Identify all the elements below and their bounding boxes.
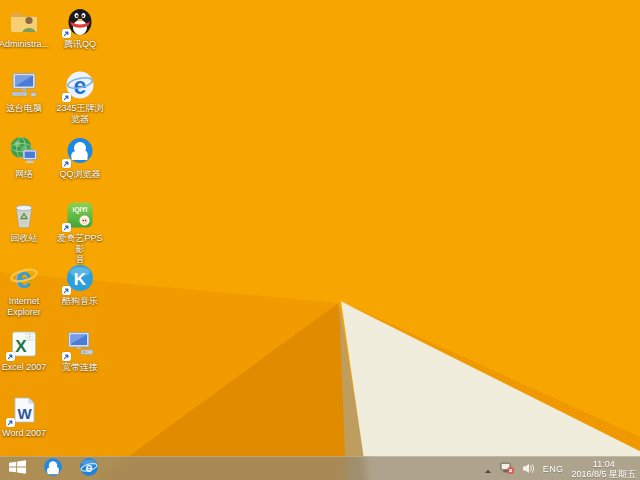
shortcut-arrow-icon <box>6 418 15 427</box>
shortcut-arrow-icon <box>62 159 71 168</box>
desktop-icon-internet-explorer[interactable]: e Internet Explorer <box>0 262 52 317</box>
desktop-icon-label: 回收站 <box>11 233 38 244</box>
desktop-icon-label: QQ浏览器 <box>59 169 100 180</box>
iqiyi-logo-text: iQIYI <box>73 206 88 214</box>
ie-e-icon: e <box>79 457 99 480</box>
desktop-icon-word-2007[interactable]: W Word 2007 <box>0 394 52 439</box>
desktop-icon-label: Internet Explorer <box>7 296 41 317</box>
speaker-icon <box>522 460 535 478</box>
desktop-icon-recycle-bin[interactable]: 回收站 <box>0 199 52 244</box>
shortcut-arrow-icon <box>62 352 71 361</box>
taskbar-qq-browser-button[interactable] <box>40 457 66 480</box>
network-disconnected-icon <box>500 460 514 478</box>
ie-e-icon: e <box>8 262 40 294</box>
windows-logo-icon <box>9 460 26 478</box>
qq-penguin-icon <box>64 5 96 37</box>
desktop-icon-label: 2345王牌浏 览器 <box>56 103 103 124</box>
desktop-icon-label: Excel 2007 <box>2 362 47 373</box>
browser-letter: e <box>74 73 87 99</box>
qq-browser-cloud-icon <box>43 457 63 480</box>
kugou-k-icon: K <box>64 262 96 294</box>
desktop-icon-label: 宽带连接 <box>62 362 98 373</box>
desktop-icon-label: 爱奇艺PPS 影 音 <box>52 233 108 265</box>
desktop-icon-label: 酷狗音乐 <box>62 296 98 307</box>
desktop-icon-kugou-music[interactable]: K 酷狗音乐 <box>52 262 108 307</box>
desktop-icon-excel-2007[interactable]: X Excel 2007 <box>0 328 52 373</box>
browser-e-icon: e <box>64 69 96 101</box>
iqiyi-pps-icon: iQIYI <box>64 199 96 231</box>
shortcut-arrow-icon <box>62 93 71 102</box>
shortcut-arrow-icon <box>6 352 15 361</box>
desktop-icon-this-pc[interactable]: 这台电脑 <box>0 69 52 114</box>
show-hidden-icons-button[interactable] <box>484 457 492 480</box>
kugou-letter: K <box>74 270 87 289</box>
system-tray: ENG 11:04 2016/8/5 星期五 <box>484 457 640 480</box>
shortcut-arrow-icon <box>62 223 71 232</box>
desktop-icon-iqiyi-pps[interactable]: iQIYI 爱奇艺PPS 影 音 <box>52 199 108 265</box>
language-indicator[interactable]: ENG <box>543 457 564 480</box>
recycle-bin-icon <box>8 199 40 231</box>
ie-letter: e <box>85 460 92 475</box>
desktop-icon-2345-browser[interactable]: e 2345王牌浏 览器 <box>52 69 108 124</box>
excel-icon: X <box>8 328 40 360</box>
taskbar-internet-explorer-button[interactable]: e <box>76 457 102 480</box>
desktop-icon-label: 网络 <box>15 169 33 180</box>
broadband-modem-icon <box>64 328 96 360</box>
desktop-icon-label: Administra... <box>0 39 49 50</box>
desktop: Administra... 这台电脑 <box>0 0 640 480</box>
shortcut-arrow-icon <box>62 286 71 295</box>
desktop-icon-label: 腾讯QQ <box>64 39 96 50</box>
volume-button[interactable] <box>522 457 535 480</box>
shortcut-arrow-icon <box>62 29 71 38</box>
word-icon: W <box>8 394 40 426</box>
clock-date: 2016/8/5 星期五 <box>571 469 636 479</box>
desktop-icon-label: Word 2007 <box>2 428 46 439</box>
desktop-icon-label: 这台电脑 <box>6 103 42 114</box>
excel-letter: X <box>15 337 27 356</box>
desktop-icon-broadband[interactable]: 宽带连接 <box>52 328 108 373</box>
network-status-button[interactable] <box>500 457 514 480</box>
desktop-icon-network[interactable]: 网络 <box>0 135 52 180</box>
desktop-icon-administrator[interactable]: Administra... <box>0 5 52 50</box>
user-folder-icon <box>8 5 40 37</box>
computer-icon <box>8 69 40 101</box>
word-letter: W <box>17 405 32 422</box>
globe-network-icon <box>8 135 40 167</box>
taskbar-clock[interactable]: 11:04 2016/8/5 星期五 <box>571 457 636 480</box>
taskbar: e <box>0 456 640 480</box>
desktop-icon-qq-browser[interactable]: QQ浏览器 <box>52 135 108 180</box>
clock-time: 11:04 <box>593 459 615 469</box>
desktop-icon-tencent-qq[interactable]: 腾讯QQ <box>52 5 108 50</box>
chevron-up-icon <box>484 460 492 478</box>
start-button[interactable] <box>0 457 34 480</box>
qq-browser-cloud-icon <box>64 135 96 167</box>
